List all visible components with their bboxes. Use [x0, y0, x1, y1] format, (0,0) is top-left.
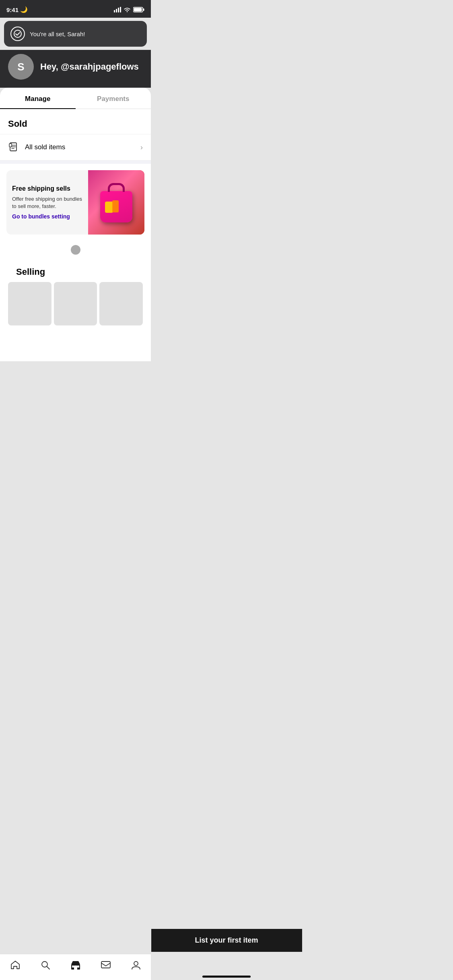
- svg-rect-0: [114, 10, 115, 12]
- selling-card-2: [54, 282, 97, 325]
- selling-card-3: [99, 282, 143, 325]
- status-time: 9:41 🌙: [6, 6, 28, 13]
- all-sold-items-row[interactable]: All sold items ›: [0, 134, 151, 161]
- svg-rect-2: [118, 8, 119, 12]
- main-card: Manage Payments Sold All sold items ›: [0, 88, 151, 361]
- svg-rect-5: [143, 8, 144, 11]
- sold-items-icon: [8, 142, 19, 153]
- all-sold-label: All sold items: [25, 143, 65, 151]
- avatar: S: [8, 54, 34, 80]
- pagination-dot: [71, 245, 80, 255]
- svg-rect-12: [9, 144, 12, 147]
- greeting-text: Hey, @sarahjpageflows: [40, 62, 139, 72]
- battery-icon: [133, 7, 144, 12]
- svg-rect-6: [134, 8, 142, 12]
- header-area: S Hey, @sarahjpageflows: [0, 50, 151, 88]
- selling-section: Selling: [0, 257, 151, 334]
- notification-banner[interactable]: You're all set, Sarah!: [4, 21, 147, 47]
- tabs: Manage Payments: [0, 88, 151, 109]
- selling-grid: [8, 282, 143, 334]
- notification-text: You're all set, Sarah!: [30, 31, 85, 37]
- wifi-icon: [124, 7, 131, 12]
- section-divider: [0, 161, 151, 164]
- status-bar: 9:41 🌙: [0, 0, 151, 18]
- tab-manage[interactable]: Manage: [0, 88, 76, 109]
- svg-rect-1: [116, 9, 117, 12]
- signal-icon: [114, 7, 121, 12]
- svg-point-7: [14, 30, 21, 37]
- sold-section: Sold All sold items ›: [0, 109, 151, 161]
- promo-description: Offer free shipping on bundles to sell m…: [12, 196, 82, 210]
- status-icons: [114, 7, 144, 12]
- tab-payments[interactable]: Payments: [76, 88, 151, 109]
- selling-title: Selling: [8, 257, 143, 282]
- svg-rect-3: [120, 7, 121, 12]
- check-icon: [10, 27, 25, 41]
- promo-card: Free shipping sells Offer free shipping …: [6, 170, 144, 235]
- bundles-setting-link[interactable]: Go to bundles setting: [12, 213, 82, 220]
- pagination-dots: [0, 241, 151, 257]
- selling-card-1: [8, 282, 51, 325]
- promo-title: Free shipping sells: [12, 185, 82, 192]
- promo-image: [88, 170, 144, 235]
- chevron-icon: ›: [140, 143, 143, 152]
- sold-title: Sold: [0, 109, 151, 134]
